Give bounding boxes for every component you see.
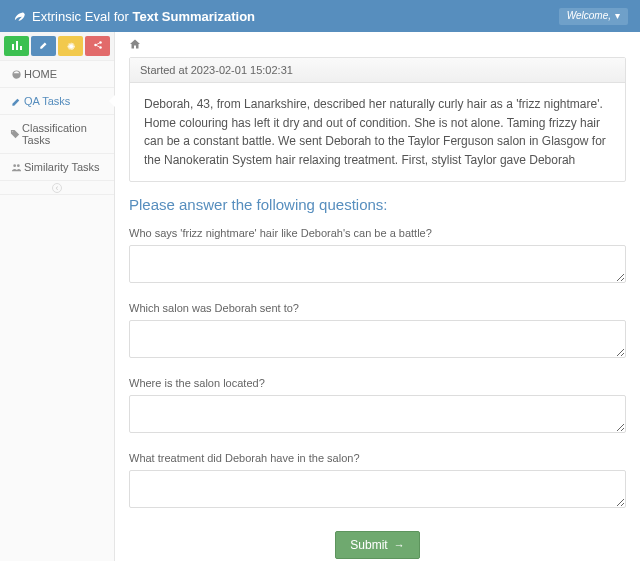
svg-rect-2 [20,46,22,50]
sun-icon: ✺ [67,41,75,52]
home-icon [129,39,141,53]
sidebar-item-label: Similarity Tasks [24,161,100,173]
users-icon [8,162,24,173]
question-label: What treatment did Deborah have in the s… [129,452,626,464]
answer-input-3[interactable] [129,395,626,433]
brand-bold: Text Summarization [132,9,255,24]
breadcrumb[interactable] [129,38,626,53]
sidebar-item-label: QA Tasks [24,95,70,107]
sidebar-nav: HOME QA Tasks Classification Tasks Simil… [0,61,114,181]
sidebar-item-label: HOME [24,68,57,80]
welcome-label: Welcome, [567,10,611,21]
question-label: Which salon was Deborah sent to? [129,302,626,314]
answer-input-2[interactable] [129,320,626,358]
task-panel: Started at 2023-02-01 15:02:31 Deborah, … [129,57,626,182]
app-header: Extrinsic Eval for Text Summarization We… [0,0,640,32]
question-1: Who says 'frizz nightmare' hair like Deb… [129,227,626,286]
leaf-icon [12,8,26,25]
sidebar-item-home[interactable]: HOME [0,61,114,88]
main-content: Started at 2023-02-01 15:02:31 Deborah, … [115,32,640,561]
question-label: Who says 'frizz nightmare' hair like Deb… [129,227,626,239]
brand-text: Extrinsic Eval for Text Summarization [32,9,255,24]
svg-rect-1 [16,41,18,50]
arrow-right-icon: → [394,539,405,551]
brand: Extrinsic Eval for Text Summarization [12,8,255,25]
chevron-left-icon: ‹ [52,183,62,193]
sidebar-collapse[interactable]: ‹ [0,181,114,195]
sidebar: ✺ HOME QA Tasks Classification Tasks Sim… [0,32,115,561]
svg-point-7 [16,164,19,167]
answer-input-4[interactable] [129,470,626,508]
question-label: Where is the salon located? [129,377,626,389]
svg-point-6 [13,164,16,167]
chevron-down-icon: ▾ [615,10,620,21]
answer-input-1[interactable] [129,245,626,283]
svg-rect-0 [12,44,14,50]
submit-button[interactable]: Submit → [335,531,419,559]
bar-chart-icon [12,40,22,52]
sidebar-quick-buttons: ✺ [0,32,114,61]
section-title: Please answer the following questions: [129,196,626,213]
quick-stats-button[interactable] [4,36,29,56]
passage-text: Deborah, 43, from Lanarkshire, described… [130,83,625,181]
panel-header: Started at 2023-02-01 15:02:31 [130,58,625,83]
share-icon [93,40,103,52]
question-3: Where is the salon located? [129,377,626,436]
sidebar-item-similarity[interactable]: Similarity Tasks [0,154,114,181]
sidebar-item-classification[interactable]: Classification Tasks [0,115,114,154]
submit-row: Submit → [129,531,626,559]
pencil-icon [39,40,49,52]
sidebar-item-label: Classification Tasks [22,122,106,146]
quick-settings-button[interactable]: ✺ [58,36,83,56]
question-4: What treatment did Deborah have in the s… [129,452,626,511]
tags-icon [8,129,22,140]
quick-share-button[interactable] [85,36,110,56]
welcome-dropdown[interactable]: Welcome, ▾ [559,8,628,25]
dashboard-icon [8,69,24,80]
edit-icon [8,96,24,107]
brand-middle: for [114,9,129,24]
sidebar-item-qa-tasks[interactable]: QA Tasks [0,88,114,115]
quick-edit-button[interactable] [31,36,56,56]
submit-label: Submit [350,538,387,552]
question-2: Which salon was Deborah sent to? [129,302,626,361]
brand-prefix: Extrinsic Eval [32,9,110,24]
